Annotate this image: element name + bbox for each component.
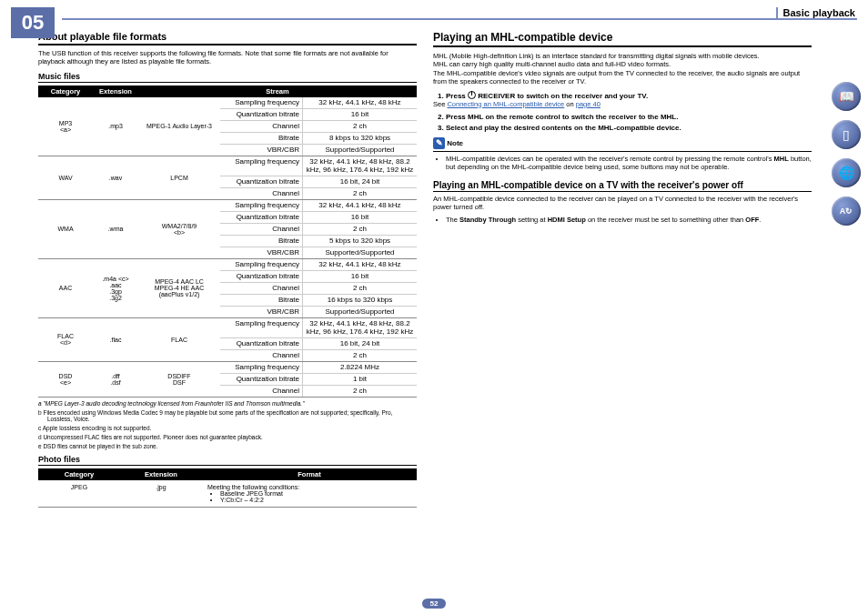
heading-music-files: Music files: [38, 72, 417, 83]
step-2: Press MHL on the remote control to switc…: [446, 113, 812, 121]
note-header: ✎ Note: [433, 137, 812, 152]
right-column: Playing an MHL-compatible device MHL (Mo…: [433, 31, 812, 595]
chapter-number: 05: [11, 7, 55, 38]
arc-icon[interactable]: A↻: [832, 196, 861, 226]
page-number: 52: [422, 599, 446, 609]
left-column: About playable file formats The USB func…: [38, 31, 417, 595]
footnotes: a "MPEG Layer-3 audio decoding technolog…: [38, 400, 417, 449]
link-connecting-mhl[interactable]: Connecting an MHL-compatible device: [447, 100, 564, 108]
music-table-header: Category Extension Stream: [38, 86, 417, 97]
music-table-body: MP3 <a>.mp3MPEG-1 Audio Layer-3Sampling …: [38, 97, 417, 398]
globe-icon[interactable]: 🌐: [832, 158, 861, 187]
photo-table-header: Category Extension Format: [38, 468, 417, 480]
note-bullet: MHL-compatible devices can be operated w…: [446, 155, 812, 171]
heading-about-formats: About playable file formats: [38, 31, 417, 45]
sidebar-icons: 📖 ▯ 🌐 A↻: [832, 82, 861, 226]
step-1: Press RECEIVER to switch on the receiver…: [446, 91, 812, 108]
book-icon[interactable]: 📖: [832, 82, 861, 111]
power-icon: [468, 91, 476, 99]
device-icon[interactable]: ▯: [832, 120, 861, 149]
heading-photo-files: Photo files: [38, 455, 417, 466]
step-3: Select and play the desired contents on …: [446, 124, 812, 132]
note-icon: ✎: [433, 137, 445, 149]
standby-bullet: The Standby Through setting at HDMI Setu…: [446, 216, 812, 224]
link-page-40[interactable]: page 40: [576, 100, 601, 108]
intro-text: The USB function of this receiver suppor…: [38, 49, 417, 66]
heading-mhl: Playing an MHL-compatible device: [433, 31, 812, 47]
section-title: Basic playback: [776, 7, 858, 18]
heading-mhl-power-off: Playing an MHL-compatible device on a TV…: [433, 180, 812, 192]
photo-table-row: JPEG .jpg Meeting the following conditio…: [38, 480, 417, 508]
